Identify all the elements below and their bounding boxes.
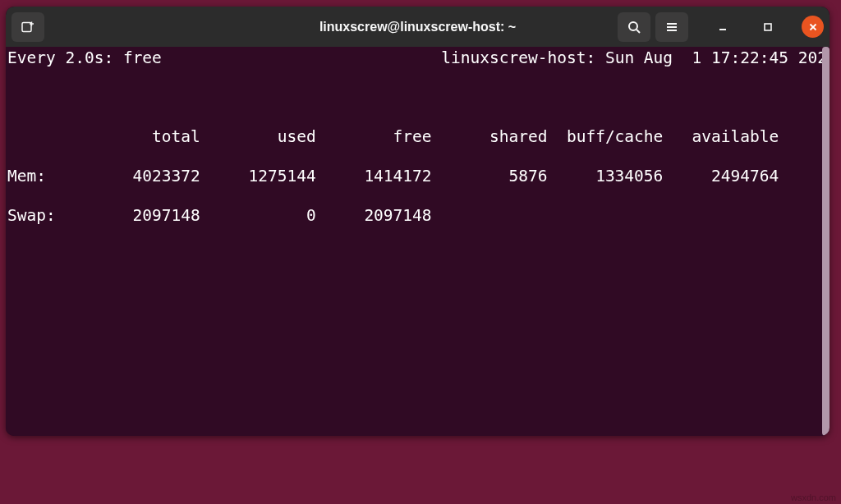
scrollbar-thumb[interactable] <box>822 47 830 436</box>
scrollbar-track[interactable] <box>822 47 830 436</box>
close-icon <box>807 21 819 33</box>
minimize-button[interactable] <box>711 16 733 38</box>
minimize-icon <box>717 21 728 33</box>
watch-spacer <box>162 48 441 67</box>
watch-command: free <box>123 48 162 67</box>
watch-hostinfo: linuxscrew-host: Sun Aug 1 17:22:45 2021 <box>441 48 830 67</box>
maximize-button[interactable] <box>756 16 779 38</box>
svg-line-4 <box>636 30 640 33</box>
search-icon <box>627 20 641 34</box>
terminal-output[interactable]: Every 2.0s: free linuxscrew-host: Sun Au… <box>6 47 830 436</box>
search-button[interactable] <box>618 12 650 42</box>
titlebar: linuxscrew@linuxscrew-host: ~ <box>6 7 830 47</box>
hamburger-icon <box>664 20 679 34</box>
titlebar-right-group <box>618 12 824 42</box>
watermark: wsxdn.com <box>791 493 836 502</box>
mem-row: Mem: 4023372 1275144 1414172 5876 133405… <box>7 167 830 186</box>
new-tab-button[interactable] <box>11 12 44 42</box>
watch-header-line: Every 2.0s: free linuxscrew-host: Sun Au… <box>7 48 830 68</box>
svg-rect-9 <box>765 24 771 30</box>
titlebar-left-group <box>11 12 44 42</box>
header-row: total used free shared buff/cache availa… <box>7 127 830 147</box>
menu-button[interactable] <box>655 12 688 42</box>
watch-interval: Every 2.0s: <box>7 48 113 67</box>
swap-row: Swap: 2097148 0 2097148 <box>7 206 830 226</box>
close-button[interactable] <box>802 16 824 38</box>
blank-line <box>7 88 830 108</box>
terminal-window: linuxscrew@linuxscrew-host: ~ <box>6 7 830 436</box>
svg-point-3 <box>629 22 637 30</box>
new-tab-icon <box>21 20 35 34</box>
maximize-icon <box>762 21 774 33</box>
